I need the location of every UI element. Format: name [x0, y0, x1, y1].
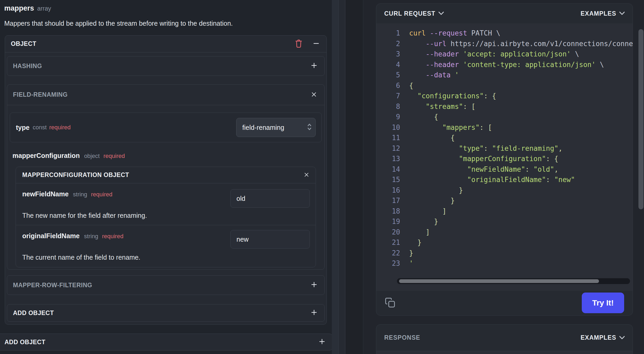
- curl-request-card: CURL REQUEST EXAMPLES 1curl --request PA…: [376, 3, 633, 316]
- plus-icon[interactable]: [319, 338, 325, 346]
- code-line: 17 }: [376, 196, 633, 206]
- field-renaming-header: FIELD-RENAMING: [7, 85, 324, 105]
- examples-label: EXAMPLES: [580, 10, 616, 17]
- add-object-label: ADD OBJECT: [5, 339, 46, 346]
- field-renaming-title: FIELD-RENAMING: [13, 91, 68, 98]
- line-number: 19: [384, 216, 400, 227]
- code-line: 5 --data ': [376, 70, 633, 81]
- code-line: 3 --header 'accept: application/json' \: [376, 49, 633, 60]
- field-description: The current name of the field to rename.: [22, 254, 309, 261]
- line-number: 9: [384, 112, 400, 122]
- code-block: 1curl --request PATCH \2 --url https://a…: [376, 23, 633, 291]
- line-number: 21: [384, 237, 400, 248]
- mapper-row-filtering-title: MAPPER-ROW-FILTERING: [13, 282, 92, 289]
- object-card-header: OBJECT: [5, 36, 327, 52]
- code-line: 16 }: [376, 185, 633, 196]
- copy-icon: [385, 297, 395, 309]
- plus-icon[interactable]: [311, 62, 317, 70]
- field-title: mappers: [4, 4, 34, 12]
- code-line: 8 "streams": [: [376, 101, 633, 112]
- column-divider: [339, 0, 345, 354]
- line-number: 10: [384, 122, 400, 133]
- line-number: 5: [384, 70, 400, 81]
- line-number: 2: [384, 39, 400, 49]
- code-line: 14 "newFieldName": "old",: [376, 164, 633, 175]
- field-name: newFieldName: [22, 190, 69, 198]
- mapper-configuration-label-row: mapperConfiguration object required: [12, 152, 125, 160]
- collapse-object-button[interactable]: [313, 40, 320, 48]
- plus-icon[interactable]: [311, 309, 317, 317]
- object-card-title: OBJECT: [11, 40, 36, 47]
- new-field-name-input[interactable]: [230, 189, 310, 208]
- delete-object-button[interactable]: [295, 39, 303, 49]
- add-object-row-inner[interactable]: ADD OBJECT: [7, 304, 325, 322]
- field-renaming-body: type const required field-renaming: [7, 105, 324, 269]
- add-object-row-outer[interactable]: ADD OBJECT: [0, 334, 333, 351]
- response-body: [376, 351, 633, 354]
- field-kind-badge: string: [73, 191, 87, 198]
- code-line: 22}: [376, 248, 633, 259]
- response-card: RESPONSE EXAMPLES: [376, 324, 633, 354]
- line-number: 1: [384, 28, 400, 39]
- curl-request-dropdown[interactable]: CURL REQUEST: [384, 10, 444, 17]
- line-number: 20: [384, 227, 400, 238]
- line-number: 6: [384, 81, 400, 91]
- code-line: 9 {: [376, 112, 633, 122]
- field-type-badge: array: [37, 5, 51, 12]
- field-kind-badge: string: [84, 233, 98, 240]
- code-line: 18 ]: [376, 206, 633, 217]
- curl-request-title: CURL REQUEST: [384, 10, 435, 17]
- original-field-name-input[interactable]: [230, 230, 310, 249]
- code-line: 2 --url https://api.airbyte.com/v1/conne…: [376, 39, 633, 49]
- line-number: 12: [384, 143, 400, 154]
- response-examples-dropdown[interactable]: EXAMPLES: [580, 334, 625, 341]
- line-number: 14: [384, 164, 400, 175]
- line-number: 11: [384, 133, 400, 143]
- examples-dropdown[interactable]: EXAMPLES: [580, 10, 625, 17]
- code-line: 11 {: [376, 133, 633, 143]
- mapper-configuration-card-title: MAPPERCONFIGURATION OBJECT: [22, 171, 129, 179]
- response-title: RESPONSE: [384, 334, 420, 341]
- plus-icon[interactable]: [311, 281, 317, 289]
- code-line: 6{: [376, 81, 633, 91]
- left-panel-scrollbar[interactable]: [332, 0, 339, 354]
- page-scrollbar-thumb[interactable]: [638, 29, 643, 209]
- type-field-const-badge: const: [33, 124, 47, 131]
- field-title-row: mappers array: [4, 4, 51, 12]
- stepper-icon: [307, 123, 312, 132]
- code-line: 13 "mapperConfiguration": {: [376, 154, 633, 164]
- hashing-section[interactable]: HASHING: [7, 56, 325, 76]
- line-number: 4: [384, 60, 400, 70]
- line-number: 13: [384, 154, 400, 164]
- close-icon: [304, 172, 309, 178]
- schema-panel: mappers array Mappers that should be app…: [0, 0, 332, 354]
- mapper-configuration-close-button[interactable]: [304, 172, 309, 178]
- original-field-name-row: originalFieldName string required The cu…: [16, 225, 316, 267]
- code-scrollbar-thumb[interactable]: [399, 279, 599, 283]
- copy-code-button[interactable]: [385, 297, 395, 309]
- trash-icon: [295, 39, 303, 49]
- mapper-configuration-kind-badge: object: [84, 153, 100, 159]
- type-field-name: type: [16, 124, 29, 131]
- mapper-configuration-required-badge: required: [104, 153, 125, 159]
- field-renaming-close-button[interactable]: [311, 91, 317, 98]
- type-select[interactable]: field-renaming: [236, 118, 316, 137]
- page: { "left_panel": { "title": "mappers", "t…: [0, 0, 644, 354]
- code-line: 19 }: [376, 216, 633, 227]
- mapper-row-filtering-section[interactable]: MAPPER-ROW-FILTERING: [7, 275, 325, 295]
- try-it-button[interactable]: Try It!: [582, 293, 624, 313]
- right-section-margin: [346, 0, 363, 354]
- code-horizontal-scrollbar: [397, 278, 630, 284]
- code-lines: 1curl --request PATCH \2 --url https://a…: [376, 28, 633, 269]
- new-field-name-row: newFieldName string required The new nam…: [16, 183, 316, 225]
- mapper-configuration-card: MAPPERCONFIGURATION OBJECT newFieldName …: [16, 167, 316, 267]
- curl-request-header: CURL REQUEST EXAMPLES: [376, 4, 633, 23]
- code-line: 12 "type": "field-renaming",: [376, 143, 633, 154]
- line-number: 22: [384, 248, 400, 259]
- response-examples-label: EXAMPLES: [580, 334, 616, 341]
- line-number: 15: [384, 175, 400, 185]
- chevron-down-icon: [619, 335, 625, 340]
- chevron-down-icon: [439, 11, 444, 16]
- line-number: 8: [384, 101, 400, 112]
- hashing-title: HASHING: [13, 63, 42, 70]
